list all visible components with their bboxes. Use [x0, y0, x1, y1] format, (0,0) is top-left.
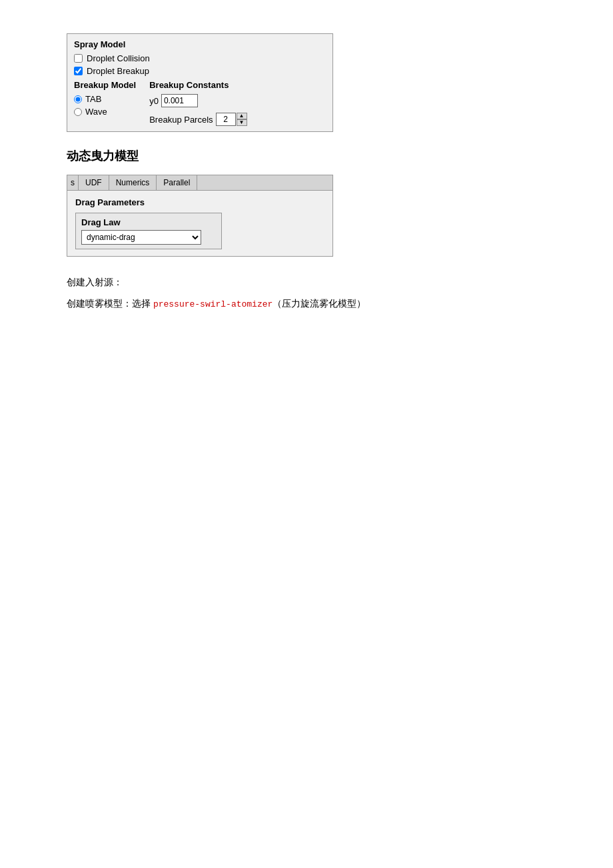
breakup-constants-col: Breakup Constants y0 0.001 Breakup Parce… — [149, 80, 326, 126]
drag-tab-numerics[interactable]: Numerics — [109, 175, 157, 190]
spinner-down-button[interactable]: ▼ — [237, 119, 247, 126]
drag-tab-udf[interactable]: UDF — [79, 175, 109, 190]
droplet-breakup-checkbox[interactable] — [74, 67, 83, 75]
breakup-model-header: Breakup Model — [74, 80, 136, 90]
spinner-buttons: ▲ ▼ — [237, 113, 247, 126]
drag-tabs: s UDF Numerics Parallel — [67, 175, 332, 191]
breakup-parcels-row: Breakup Parcels ▲ ▼ — [149, 113, 326, 126]
text-line-1: 创建入射源： — [67, 273, 546, 291]
drag-params-title: Drag Parameters — [75, 197, 324, 207]
tab-radio-row: TAB — [74, 94, 136, 104]
droplet-collision-row: Droplet Collision — [74, 53, 326, 63]
drag-law-box: Drag Law dynamic-drag morsi-alexander sp… — [75, 213, 222, 249]
text-line-2: 创建喷雾模型：选择 pressure-swirl-atomizer（压力旋流雾化… — [67, 294, 546, 313]
y0-input[interactable]: 0.001 — [161, 94, 198, 107]
drag-law-select[interactable]: dynamic-drag morsi-alexander spherical — [81, 230, 201, 245]
breakup-parcels-label: Breakup Parcels — [149, 115, 213, 125]
tab-radio-label: TAB — [85, 94, 101, 104]
drag-body: Drag Parameters Drag Law dynamic-drag mo… — [67, 191, 332, 256]
wave-radio-label: Wave — [85, 107, 107, 117]
droplet-collision-checkbox[interactable] — [74, 54, 83, 63]
breakup-parcels-spinner: ▲ ▼ — [216, 113, 247, 126]
drag-law-select-wrapper: dynamic-drag morsi-alexander spherical — [81, 230, 216, 245]
breakup-model-col: Breakup Model TAB Wave — [74, 80, 136, 126]
drag-model-panel: s UDF Numerics Parallel Drag Parameters … — [67, 175, 333, 257]
drag-law-label: Drag Law — [81, 217, 216, 227]
spray-model-panel: Spray Model Droplet Collision Droplet Br… — [67, 33, 333, 132]
wave-radio-row: Wave — [74, 107, 136, 117]
y0-label: y0 — [149, 96, 159, 106]
tab-radio[interactable] — [74, 95, 82, 103]
text-line-2-prefix: 创建喷雾模型：选择 — [67, 298, 153, 309]
drag-tab-s[interactable]: s — [67, 175, 79, 190]
spinner-up-button[interactable]: ▲ — [237, 113, 247, 119]
text-line-2-code: pressure-swirl-atomizer — [153, 299, 273, 309]
y0-row: y0 0.001 — [149, 94, 326, 107]
text-line-2-suffix: （压力旋流雾化模型） — [273, 298, 366, 309]
breakup-constants-header: Breakup Constants — [149, 80, 326, 90]
wave-radio[interactable] — [74, 108, 82, 116]
breakup-parcels-input[interactable] — [216, 113, 236, 126]
droplet-breakup-label: Droplet Breakup — [87, 66, 149, 76]
text-line-1-content: 创建入射源： — [67, 277, 123, 287]
drag-tab-parallel[interactable]: Parallel — [157, 175, 197, 190]
section-heading: 动态曳力模型 — [67, 148, 546, 164]
droplet-collision-label: Droplet Collision — [87, 53, 150, 63]
droplet-breakup-row: Droplet Breakup — [74, 66, 326, 76]
breakup-section: Breakup Model TAB Wave Breakup Constants… — [74, 80, 326, 126]
page-content: Spray Model Droplet Collision Droplet Br… — [13, 13, 600, 336]
spray-model-title: Spray Model — [74, 39, 326, 49]
text-section: 创建入射源： 创建喷雾模型：选择 pressure-swirl-atomizer… — [67, 273, 546, 313]
